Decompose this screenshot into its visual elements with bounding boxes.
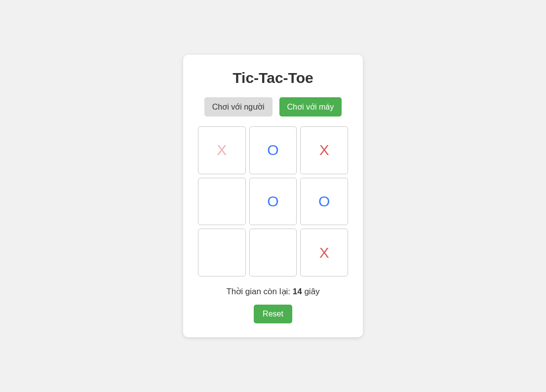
cell-3[interactable]: [198, 178, 246, 226]
cell-mark: X: [319, 244, 329, 261]
cell-5[interactable]: O: [300, 178, 348, 226]
mode-selector: Chơi với người Chơi với máy: [198, 97, 348, 117]
cell-4[interactable]: O: [249, 178, 297, 226]
cell-2[interactable]: X: [300, 126, 348, 174]
cell-mark: O: [267, 193, 278, 210]
game-board: X O X O O X: [198, 126, 348, 276]
game-title: Tic-Tac-Toe: [198, 70, 348, 86]
timer-prefix: Thời gian còn lại:: [226, 287, 292, 296]
timer-text: Thời gian còn lại: 14 giây: [198, 286, 348, 297]
cell-1[interactable]: O: [249, 126, 297, 174]
mode-human-button[interactable]: Chơi với người: [204, 97, 273, 117]
cell-mark: O: [318, 193, 330, 210]
cell-0[interactable]: X: [198, 126, 246, 174]
cell-7[interactable]: [249, 229, 297, 276]
game-card: Tic-Tac-Toe Chơi với người Chơi với máy …: [183, 55, 363, 337]
reset-button[interactable]: Reset: [254, 305, 292, 323]
timer-value: 14: [293, 287, 302, 296]
cell-mark: O: [267, 142, 278, 158]
cell-mark: X: [319, 142, 329, 158]
timer-suffix: giây: [302, 287, 320, 296]
cell-6[interactable]: [198, 229, 246, 276]
cell-mark: X: [217, 142, 227, 158]
mode-cpu-button[interactable]: Chơi với máy: [279, 97, 342, 117]
cell-8[interactable]: X: [300, 229, 348, 276]
